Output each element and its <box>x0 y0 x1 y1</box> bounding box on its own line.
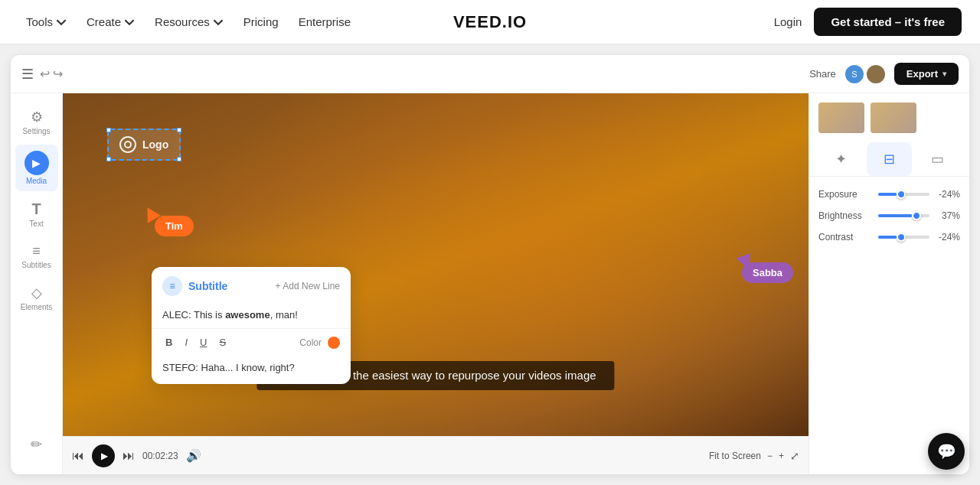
sabba-label: Sabba <box>742 262 793 283</box>
time-display: 00:02:23 <box>142 451 178 461</box>
sidebar-item-subtitles[interactable]: ≡ Subtitles <box>15 237 58 275</box>
subtitle-title: Subtitle <box>188 280 227 292</box>
topbar-left: ☰ <box>21 66 34 83</box>
subtitle-line1-bold: awesome <box>225 309 270 321</box>
subtitle-line-2: STEFO: Haha... I know, right? <box>152 356 351 384</box>
nav-create[interactable]: Create path{fill:none;stroke:#333;stroke… <box>79 9 142 34</box>
video-background: Logo Tim Sabba DIANA: here's the easiest… <box>63 93 808 436</box>
sidebar-label-settings: Settings <box>22 127 50 135</box>
strikethrough-button[interactable]: S <box>216 335 229 350</box>
contrast-value: -24% <box>936 232 960 242</box>
adjustment-tabs: ✦ ⊟ ▭ <box>809 142 969 177</box>
expand-button[interactable]: ⤢ <box>790 450 799 462</box>
right-panel-thumbnails <box>809 93 969 142</box>
sidebar-label-text: Text <box>29 220 43 228</box>
export-chevron-icon: ▾ <box>942 70 946 78</box>
skip-back-button[interactable]: ⏮ <box>72 449 84 463</box>
brightness-slider-row: Brightness 37% <box>818 210 960 221</box>
play-button[interactable]: ▶ <box>92 444 115 467</box>
zoom-plus[interactable]: + <box>779 451 784 461</box>
nav-tools[interactable]: Tools path{fill:none;stroke:#333;stroke-… <box>18 9 74 34</box>
sidebar-item-settings[interactable]: ⚙ Settings <box>15 103 58 142</box>
share-button[interactable]: Share <box>809 68 836 80</box>
enterprise-label: Enterprise <box>299 15 351 28</box>
sidebar-item-text[interactable]: T Text <box>15 194 58 234</box>
thumbnail-image-1 <box>818 103 864 133</box>
chevron-down-icon-2: path{fill:none;stroke:#333;stroke-width:… <box>124 17 135 28</box>
subtitle-popup: ≡ Subtitle + Add New Line ALEC: This is … <box>152 267 351 384</box>
get-started-button[interactable]: Get started – it's free <box>814 8 962 36</box>
subtitle-line1-suffix: , man! <box>270 309 298 321</box>
volume-button[interactable]: 🔊 <box>186 448 201 463</box>
tim-label: Tim <box>155 216 194 236</box>
sliders-section: Exposure -24% Brightness 37% <box>809 177 969 255</box>
subtitle-text: here's the easiest way to repurpose your… <box>318 369 596 382</box>
login-button[interactable]: Login <box>774 15 802 28</box>
sidebar-label-elements: Elements <box>21 303 53 311</box>
bold-button[interactable]: B <box>162 335 175 350</box>
logo-circle-icon <box>119 136 136 153</box>
nav-pricing[interactable]: Pricing <box>236 9 286 34</box>
italic-button[interactable]: I <box>181 335 191 350</box>
sidebar-item-media[interactable]: ▶ Media <box>15 145 58 191</box>
brightness-thumb[interactable] <box>912 211 921 220</box>
crop-icon: ▭ <box>931 151 944 168</box>
brightness-fill <box>878 214 912 217</box>
exposure-thumb[interactable] <box>897 190 906 199</box>
resize-handle-tl[interactable] <box>106 128 111 132</box>
left-sidebar: ⚙ Settings ▶ Media T Text ≡ Subtitles <box>11 93 63 474</box>
contrast-slider-row: Contrast -24% <box>818 232 960 242</box>
chevron-down-icon-3: path{fill:none;stroke:#333;stroke-width:… <box>213 17 224 28</box>
chat-button[interactable]: 💬 <box>928 433 965 470</box>
popup-format-toolbar: B I U S Color <box>152 328 351 356</box>
color-wheel-icon: ✦ <box>835 151 847 168</box>
pencil-icon: ✏ <box>31 436 42 453</box>
redo-button[interactable]: ↪ <box>53 67 63 81</box>
popup-header: ≡ Subtitle + Add New Line <box>152 267 351 302</box>
tab-adjust[interactable]: ⊟ <box>867 142 912 176</box>
elements-icon: ◇ <box>31 285 42 301</box>
hamburger-menu[interactable]: ☰ <box>21 66 34 83</box>
editor-wrapper: ☰ ↩ ↪ Share S Export ▾ <box>11 55 969 474</box>
nav-resources[interactable]: Resources path{fill:none;stroke:#333;str… <box>147 9 231 34</box>
tab-color[interactable]: ✦ <box>818 142 864 176</box>
undo-redo-group: ↩ ↪ <box>40 67 63 81</box>
chevron-down-icon: path{fill:none;stroke:#333;stroke-width:… <box>56 17 67 28</box>
thumbnail-preview-2 <box>871 103 916 133</box>
logo-overlay[interactable]: Logo <box>107 129 181 161</box>
exposure-value: -24% <box>936 189 960 200</box>
resize-handle-tr[interactable] <box>177 128 181 132</box>
export-button[interactable]: Export ▾ <box>894 63 959 85</box>
contrast-track[interactable] <box>878 236 929 239</box>
color-label: Color <box>299 337 322 348</box>
fit-screen-button[interactable]: Fit to Screen <box>709 451 761 461</box>
skip-forward-button[interactable]: ⏭ <box>122 449 135 463</box>
underline-button[interactable]: U <box>197 335 210 350</box>
thumbnail-preview-1 <box>818 103 864 133</box>
logo-inner-circle <box>124 141 132 148</box>
thumbnail-image-2 <box>871 103 916 133</box>
resize-handle-br[interactable] <box>177 157 181 161</box>
chat-icon: 💬 <box>937 442 956 461</box>
tab-crop[interactable]: ▭ <box>915 142 960 176</box>
avatar-2 <box>865 63 887 85</box>
sidebar-item-elements[interactable]: ◇ Elements <box>15 278 58 317</box>
collaborator-avatars: S <box>844 63 887 85</box>
pricing-label: Pricing <box>243 15 279 28</box>
sidebar-item-pencil[interactable]: ✏ <box>15 430 58 459</box>
popup-subtitle-label: ≡ Subtitle <box>162 276 227 296</box>
main-container: ☰ ↩ ↪ Share S Export ▾ <box>0 44 980 485</box>
add-new-line-button[interactable]: + Add New Line <box>276 281 340 291</box>
site-logo[interactable]: VEED.IO <box>453 12 527 32</box>
exposure-track[interactable] <box>878 193 929 196</box>
nav-enterprise[interactable]: Enterprise <box>291 9 358 34</box>
color-picker-dot[interactable] <box>328 337 340 349</box>
contrast-thumb[interactable] <box>897 233 906 242</box>
resize-handle-bl[interactable] <box>106 157 111 161</box>
zoom-minus[interactable]: − <box>767 451 773 461</box>
tools-label: Tools <box>26 15 53 28</box>
undo-button[interactable]: ↩ <box>40 67 50 81</box>
media-icon: ▶ <box>32 157 41 169</box>
brightness-track[interactable] <box>878 214 929 217</box>
avatar-1: S <box>844 63 865 85</box>
